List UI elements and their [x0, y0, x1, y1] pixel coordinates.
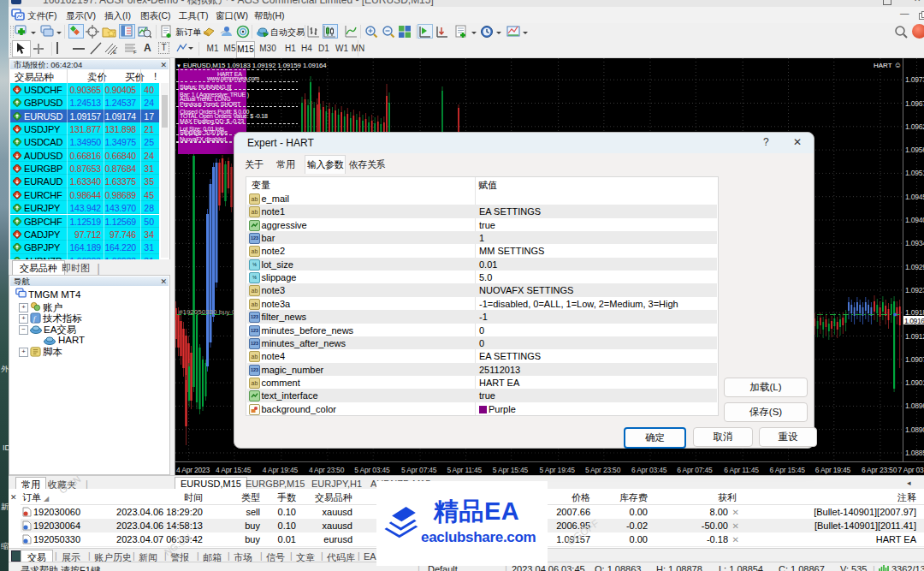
svg-text:F: F [133, 50, 137, 55]
svg-text:E: E [113, 50, 116, 55]
